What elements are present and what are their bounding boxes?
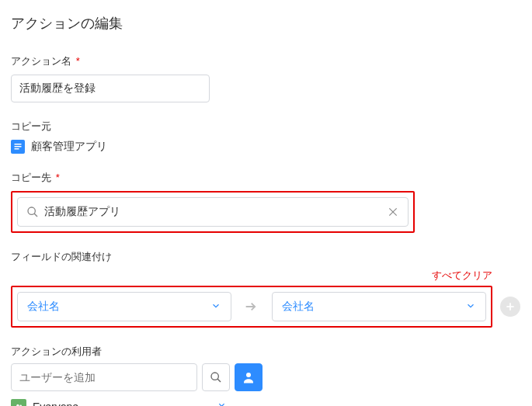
- svg-rect-2: [15, 148, 19, 150]
- page-title: アクションの編集: [11, 14, 521, 33]
- user-chip-row: Everyone ×: [11, 399, 225, 406]
- clear-all-link[interactable]: すべてクリア: [11, 269, 492, 283]
- svg-line-10: [217, 379, 221, 382]
- app-icon: [11, 140, 25, 154]
- svg-rect-0: [15, 144, 22, 145]
- svg-point-11: [246, 373, 251, 377]
- svg-rect-1: [15, 146, 22, 147]
- copy-from-block: コピー元 顧客管理アプリ: [11, 120, 521, 154]
- chevron-down-icon: [210, 300, 221, 314]
- svg-point-9: [211, 373, 218, 380]
- svg-line-4: [34, 213, 37, 217]
- copy-to-search[interactable]: [17, 197, 409, 227]
- svg-point-3: [28, 207, 35, 214]
- mapping-highlight: 会社名 会社名: [11, 286, 492, 328]
- copy-from-app-name: 顧客管理アプリ: [31, 140, 107, 154]
- copy-from-row: 顧客管理アプリ: [11, 140, 521, 154]
- user-chip: Everyone: [11, 399, 78, 406]
- mapping-section-label: フィールドの関連付け: [11, 250, 521, 264]
- required-mark: *: [76, 55, 80, 67]
- add-mapping-button[interactable]: [500, 297, 520, 317]
- clear-icon[interactable]: [384, 206, 402, 217]
- copy-to-input[interactable]: [41, 206, 384, 218]
- copy-from-label: コピー元: [11, 120, 521, 134]
- user-chip-name: Everyone: [33, 401, 78, 406]
- user-search-button[interactable]: [202, 363, 230, 391]
- users-input-row: [11, 363, 521, 391]
- action-name-label-text: アクション名: [11, 55, 71, 67]
- mapping-target-dropdown[interactable]: 会社名: [272, 292, 486, 321]
- mapping-source-dropdown[interactable]: 会社名: [17, 292, 231, 321]
- group-icon: [11, 399, 26, 406]
- copy-to-label-text: コピー先: [11, 172, 51, 183]
- mapping-row: 会社名 会社名: [11, 286, 521, 328]
- action-name-label: アクション名 *: [11, 54, 521, 68]
- org-picker-button[interactable]: [235, 363, 263, 391]
- add-user-input[interactable]: [11, 363, 197, 391]
- users-section-label: アクションの利用者: [11, 345, 521, 359]
- required-mark: *: [56, 172, 60, 183]
- search-icon: [24, 206, 41, 218]
- remove-chip-icon[interactable]: ×: [218, 400, 225, 406]
- action-name-block: アクション名 *: [11, 54, 521, 102]
- chevron-down-icon: [465, 300, 476, 314]
- mapping-source-label: 会社名: [27, 300, 60, 314]
- copy-to-highlight: [11, 191, 415, 233]
- arrow-right-icon: [241, 298, 263, 315]
- copy-to-label: コピー先 *: [11, 171, 521, 185]
- action-name-input[interactable]: [11, 75, 210, 102]
- mapping-target-label: 会社名: [282, 300, 315, 314]
- copy-to-block: コピー先 *: [11, 171, 521, 233]
